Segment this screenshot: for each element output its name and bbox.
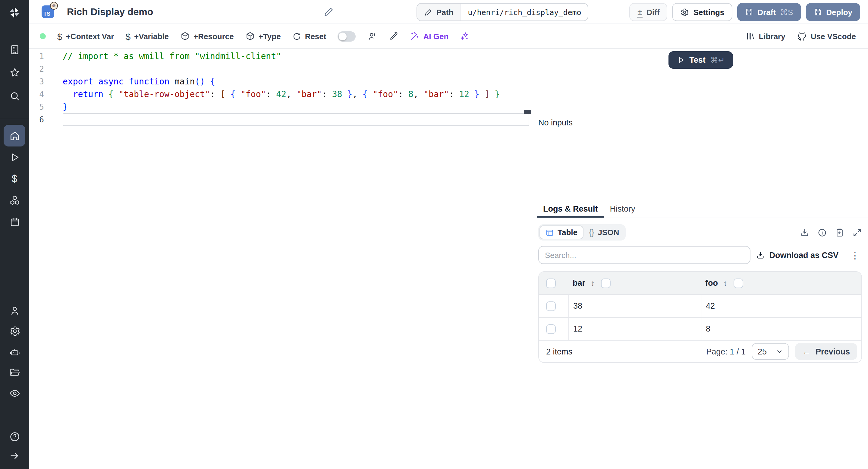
result-tabs: Logs & Result History (532, 201, 868, 218)
editor-scrollbar-handle[interactable] (524, 110, 531, 114)
sidebar-item-home[interactable] (4, 125, 25, 147)
play-icon (677, 56, 684, 64)
sidebar-item-settings[interactable] (4, 320, 25, 342)
table-footer: 2 items Page: 1 / 1 25 (539, 340, 861, 362)
previous-page-button[interactable]: ← Previous (795, 343, 857, 360)
code-line[interactable]: return { "table-row-object": [ { "foo": … (63, 88, 529, 101)
sort-icon[interactable]: ↕ (591, 279, 595, 287)
robot-icon (9, 346, 20, 358)
sidebar-item-search[interactable] (4, 85, 25, 107)
deploy-button[interactable]: Deploy (806, 3, 860, 21)
diff-button[interactable]: ± Diff (629, 3, 668, 21)
ai-gen-button[interactable]: AI Gen (410, 31, 448, 41)
sidebar-item-workers[interactable] (4, 341, 25, 363)
sidebar-item-audit-logs[interactable] (4, 382, 25, 404)
page-size-select[interactable]: 25 (752, 343, 789, 360)
code-editor[interactable]: 123456 // import * as wmill from "windmi… (29, 49, 532, 469)
result-info-button[interactable] (817, 227, 827, 237)
page-title: Rich Display demo (67, 6, 153, 17)
tab-logs-result[interactable]: Logs & Result (537, 201, 604, 218)
row-checkbox[interactable] (546, 324, 556, 334)
reset-button[interactable]: Reset (292, 32, 327, 41)
column-header-bar[interactable]: bar (572, 279, 585, 287)
test-shortcut: ⌘↵ (710, 56, 725, 64)
format-code-button[interactable] (389, 31, 398, 41)
person-icon (9, 305, 20, 316)
code-line[interactable]: // import * as wmill from "windmill-clie… (63, 50, 529, 63)
code-lines[interactable]: // import * as wmill from "windmill-clie… (63, 50, 529, 126)
edit-summary-button[interactable] (324, 7, 334, 19)
add-type-button[interactable]: +Type (245, 31, 281, 41)
add-variable-button[interactable]: $ +Variable (125, 31, 169, 41)
sidebar-item-schedules[interactable] (4, 211, 25, 233)
package-icon (245, 31, 255, 41)
plus-minus-icon: ± (638, 7, 642, 17)
sidebar-item-favorites[interactable] (4, 61, 25, 83)
copy-to-clipboard-button[interactable] (835, 227, 844, 237)
expand-result-button[interactable] (852, 227, 862, 237)
settings-button[interactable]: Settings (673, 3, 733, 21)
download-result-button[interactable] (800, 227, 809, 237)
table-options-kebab-button[interactable]: ⋮ (850, 250, 860, 259)
sidebar-item-resources[interactable] (4, 189, 25, 211)
select-all-checkbox[interactable] (546, 278, 556, 288)
row-checkbox[interactable] (546, 301, 556, 311)
download-csv-button[interactable]: Download as CSV (756, 250, 838, 259)
path-field[interactable]: Path u/henri/rich_display_demo (416, 3, 589, 21)
script-language-badge: TS ☺ (41, 5, 54, 18)
code-line[interactable] (63, 63, 529, 75)
table-search-input[interactable] (538, 246, 750, 264)
sparkles-icon (460, 31, 470, 41)
status-dot (40, 33, 46, 39)
view-table-button[interactable]: Table (539, 225, 584, 239)
reset-icon (292, 32, 301, 41)
multiplayer-button[interactable] (367, 31, 377, 41)
gear-icon (680, 7, 689, 17)
home-icon (9, 130, 20, 142)
tab-history[interactable]: History (604, 201, 641, 218)
view-json-button[interactable]: {} JSON (584, 226, 624, 239)
right-panel: Test ⌘↵ No inputs Logs & Result History (532, 49, 868, 469)
eye-icon (9, 387, 20, 399)
diff-mode-toggle[interactable] (338, 31, 355, 41)
windmill-script-editor: $ (0, 0, 868, 469)
table-cell: 42 (702, 295, 861, 317)
braces-icon: {} (589, 228, 594, 237)
add-resource-button[interactable]: +Resource (180, 31, 234, 41)
sidebar-collapse-button[interactable] (4, 445, 25, 467)
sidebar-item-folders[interactable] (4, 361, 25, 383)
table-cell: 8 (702, 318, 861, 340)
expand-icon (852, 227, 862, 237)
add-context-var-button[interactable]: $ +Context Var (57, 31, 114, 41)
result-area: Logs & Result History Table (532, 201, 868, 469)
sidebar-item-help[interactable] (4, 426, 25, 447)
use-vscode-button[interactable]: Use VScode (797, 31, 856, 41)
column-checkbox-foo[interactable] (733, 278, 743, 288)
save-icon (813, 8, 822, 16)
sidebar-item-workspace[interactable] (4, 39, 25, 60)
windmill-logo-icon[interactable] (4, 2, 25, 24)
code-line[interactable] (63, 113, 529, 126)
table-row: 3842 (539, 294, 861, 317)
ai-sparkles-button[interactable] (460, 31, 470, 41)
library-button[interactable]: Library (746, 31, 785, 41)
column-header-foo[interactable]: foo (705, 279, 718, 287)
code-line[interactable]: } (63, 101, 529, 113)
path-label: Path (417, 4, 461, 21)
table-body: 3842128 (539, 294, 861, 340)
sort-icon[interactable]: ↕ (723, 279, 727, 287)
draft-shortcut: ⌘S (780, 7, 793, 17)
topbar: TS ☺ Rich Display demo Path u/henri/rich… (29, 0, 868, 24)
column-checkbox-bar[interactable] (601, 278, 610, 288)
table-row: 128 (539, 317, 861, 340)
sidebar-item-runs[interactable] (4, 147, 25, 168)
test-button[interactable]: Test ⌘↵ (669, 51, 733, 69)
items-count: 2 items (546, 347, 572, 356)
search-icon (9, 90, 20, 101)
draft-button[interactable]: Draft ⌘S (737, 3, 801, 21)
editor-toolbar: $ +Context Var $ +Variable +Resource +Ty… (29, 24, 868, 49)
code-line[interactable]: export async function main() { (63, 75, 529, 88)
sidebar-item-variables[interactable]: $ (4, 168, 25, 190)
sidebar-item-users[interactable] (4, 300, 25, 321)
chevron-down-icon (776, 348, 783, 355)
